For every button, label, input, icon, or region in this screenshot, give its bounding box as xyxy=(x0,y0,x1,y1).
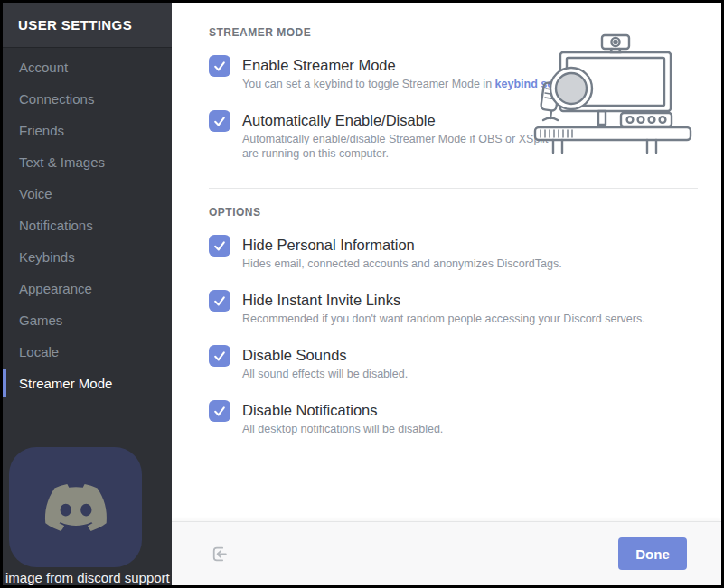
sidebar-item-streamer-mode[interactable]: Streamer Mode xyxy=(3,368,172,399)
option-label: Automatically Enable/Disable xyxy=(242,110,560,130)
option-description: Automatically enable/disable Streamer Mo… xyxy=(242,132,560,161)
option-hide-instant-invites: Hide Instant Invite Links Recommended if… xyxy=(209,290,692,326)
sidebar-item-locale[interactable]: Locale xyxy=(3,336,172,368)
sidebar-item-label: Streamer Mode xyxy=(19,376,112,391)
discord-logo-icon xyxy=(36,477,116,538)
checkbox-hide-instant-invites[interactable] xyxy=(209,290,230,312)
option-description: Hides email, connected accounts and anon… xyxy=(242,257,562,271)
option-description: All desktop notifications will be disabl… xyxy=(242,422,443,436)
settings-sidebar: USER SETTINGS Account Connections Friend… xyxy=(3,3,172,585)
option-description: Recommended if you don't want random peo… xyxy=(242,312,645,326)
option-description: You can set a keybind to toggle Streamer… xyxy=(242,77,588,91)
checkbox-disable-notifications[interactable] xyxy=(209,400,230,422)
check-icon xyxy=(212,59,227,73)
checkbox-hide-personal-info[interactable] xyxy=(209,235,230,257)
option-hide-personal-info: Hide Personal Information Hides email, c… xyxy=(209,235,692,271)
sidebar-nav: Account Connections Friends Text & Image… xyxy=(3,48,172,399)
sidebar-item-account[interactable]: Account xyxy=(3,51,172,83)
active-item-indicator xyxy=(3,369,6,397)
exit-icon[interactable] xyxy=(210,545,229,564)
settings-footer: Done xyxy=(172,521,721,585)
sidebar-item-appearance[interactable]: Appearance xyxy=(3,273,172,304)
checkbox-enable-streamer-mode[interactable] xyxy=(209,55,230,77)
check-icon xyxy=(212,238,227,253)
done-button[interactable]: Done xyxy=(618,537,687,570)
sidebar-item-friends[interactable]: Friends xyxy=(3,115,172,146)
settings-main: STREAMER MODE Enable Streamer Mode You c… xyxy=(172,3,721,585)
option-auto-enable-disable: Automatically Enable/Disable Automatical… xyxy=(209,110,692,161)
checkbox-disable-sounds[interactable] xyxy=(209,345,230,367)
keybind-settings-link[interactable]: keybind settings xyxy=(495,78,585,90)
sidebar-item-keybinds[interactable]: Keybinds xyxy=(3,241,172,273)
sidebar-item-connections[interactable]: Connections xyxy=(3,83,172,115)
image-source-caption: image from discord support xyxy=(5,570,170,585)
section-divider xyxy=(209,188,698,189)
section-title-options: OPTIONS xyxy=(209,206,692,219)
option-label: Hide Personal Information xyxy=(242,235,562,255)
sidebar-item-notifications[interactable]: Notifications xyxy=(3,210,172,241)
option-description: All sound effects will be disabled. xyxy=(242,367,408,381)
check-icon xyxy=(212,349,227,363)
check-icon xyxy=(212,294,227,308)
sidebar-item-text-images[interactable]: Text & Images xyxy=(3,146,172,178)
sidebar-item-voice[interactable]: Voice xyxy=(3,178,172,210)
option-disable-sounds: Disable Sounds All sound effects will be… xyxy=(209,345,692,381)
check-icon xyxy=(212,114,227,128)
option-disable-notifications: Disable Notifications All desktop notifi… xyxy=(209,400,692,436)
settings-window: USER SETTINGS Account Connections Friend… xyxy=(0,0,724,588)
discord-logo-tile xyxy=(9,447,142,567)
check-icon xyxy=(212,404,227,418)
sidebar-title: USER SETTINGS xyxy=(3,3,172,48)
section-title-streamer-mode: STREAMER MODE xyxy=(209,26,692,39)
option-label: Disable Notifications xyxy=(242,400,443,420)
option-label: Enable Streamer Mode xyxy=(242,55,588,75)
sidebar-item-games[interactable]: Games xyxy=(3,304,172,336)
option-label: Disable Sounds xyxy=(242,345,408,365)
option-label: Hide Instant Invite Links xyxy=(242,290,645,310)
option-enable-streamer-mode: Enable Streamer Mode You can set a keybi… xyxy=(209,55,692,91)
checkbox-auto-enable-disable[interactable] xyxy=(209,110,230,132)
streamer-mode-panel: STREAMER MODE Enable Streamer Mode You c… xyxy=(172,3,721,521)
